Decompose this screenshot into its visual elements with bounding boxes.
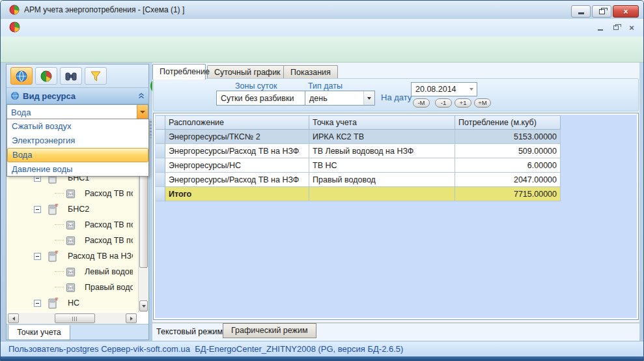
date-plus-day-button[interactable]: +1 (455, 98, 471, 108)
table-row[interactable]: Энергоресурсы/Расход ТВ на НЗФ Правый во… (156, 173, 561, 187)
cell-point[interactable]: Правый водовод (309, 173, 455, 187)
triangle-right-icon (130, 317, 133, 321)
column-point[interactable]: Точка учета (309, 115, 455, 130)
scroll-left-button[interactable] (8, 313, 19, 323)
scrollbar-thumb[interactable] (55, 313, 95, 323)
minimize-button[interactable] (571, 5, 591, 18)
cell-location[interactable]: Энергоресурсы/ТКС№ 2 (165, 130, 309, 144)
close-button[interactable]: × (613, 5, 639, 18)
filter-funnel-icon (89, 70, 102, 83)
tree-node-label: Расход ТВ по Б (85, 189, 133, 198)
cell-point[interactable]: ИРКА КС2 ТВ (309, 130, 455, 144)
cell-point[interactable]: ТВ НС (309, 158, 455, 173)
date-minus-month-button[interactable]: -M (413, 98, 430, 108)
row-indicator[interactable] (156, 158, 165, 173)
combo-dropdown-button[interactable] (137, 105, 148, 119)
globe-icon (15, 70, 28, 83)
restore-button[interactable] (592, 5, 611, 18)
tab-pokazania[interactable]: Показания (283, 65, 338, 79)
scrollbar-thumb[interactable] (139, 169, 148, 268)
tree-connector (55, 271, 64, 272)
tab-text-mode[interactable]: Текстовый режим (156, 327, 223, 336)
tree-node-rashod-nzf[interactable]: Расход ТВ на НЗФ (7, 248, 133, 264)
mdi-restore-icon (613, 25, 619, 30)
resource-type-combobox[interactable]: Вода (7, 104, 148, 120)
device-icon (47, 202, 59, 216)
panel-header-title: Вид ресурса (23, 91, 138, 101)
tree-horizontal-scrollbar[interactable] (8, 313, 137, 324)
column-location[interactable]: Расположение (165, 115, 309, 130)
row-indicator[interactable] (156, 130, 165, 144)
cell-value[interactable]: 509.00000 (455, 144, 561, 158)
main-panel: Потребление Суточный график Показания Зо… (152, 63, 639, 341)
row-indicator[interactable] (156, 173, 165, 187)
datetype-value: день (305, 94, 363, 103)
tree-connector (55, 287, 64, 287)
date-value: 20.08.2014 (412, 85, 466, 94)
tree-node-bns2[interactable]: БНС2 (7, 201, 133, 217)
table-row[interactable]: Энергоресурсы/НС ТВ НС 6.00000 (156, 158, 561, 173)
datetype-combobox[interactable]: день (305, 91, 375, 106)
tab-filter[interactable] (85, 67, 107, 85)
tree-node-meter[interactable]: Правый водов (7, 280, 133, 295)
cell-value[interactable]: 2047.00000 (455, 173, 561, 187)
dropdown-item-voda[interactable]: Вода (7, 148, 148, 162)
resource-panel-header[interactable]: Вид ресурса (7, 88, 148, 104)
scroll-down-button[interactable] (139, 300, 148, 311)
chevron-down-icon (469, 88, 473, 91)
tab-potreblenie[interactable]: Потребление (152, 64, 206, 79)
date-plus-month-button[interactable]: +M (474, 98, 491, 108)
cell-location[interactable]: Энергоресурсы/Расход ТВ на НЗФ (165, 144, 309, 158)
tree-node-label: БНС2 (68, 205, 89, 214)
dropdown-item-elektroenergia[interactable]: Электроэнергия (7, 134, 148, 148)
restore-icon (599, 9, 605, 14)
close-icon: × (623, 8, 628, 16)
mdi-restore-button[interactable] (610, 23, 622, 33)
date-picker[interactable]: 20.08.2014 (411, 82, 477, 96)
dropdown-item-davlenie-vody[interactable]: Давление воды (7, 162, 148, 177)
grid-background: Расположение Точка учета Потребление (м.… (155, 115, 637, 318)
table-row[interactable]: Энергоресурсы/ТКС№ 2 ИРКА КС2 ТВ 5153.00… (156, 130, 561, 144)
cell-location[interactable]: Энергоресурсы/НС (165, 158, 309, 173)
mdi-close-button[interactable]: × (626, 23, 637, 33)
meter-icon (65, 267, 76, 278)
tab-reports[interactable] (35, 67, 57, 85)
column-consumption[interactable]: Потребление (м.куб) (455, 115, 561, 130)
tab-search-points[interactable] (60, 67, 82, 85)
collapse-chevron-icon[interactable] (138, 93, 145, 99)
row-indicator[interactable] (156, 144, 165, 158)
scroll-right-button[interactable] (126, 313, 137, 323)
collapse-minus-icon[interactable] (34, 206, 41, 213)
table-row[interactable]: Энергоресурсы/Расход ТВ на НЗФ ТВ Левый … (156, 144, 561, 158)
meter-icon (65, 282, 76, 293)
tree-node-ns[interactable]: НС (7, 295, 133, 311)
title-bar[interactable]: АРМ учета энергопотребления - [Схема (1)… (1, 1, 644, 19)
tab-resource-view[interactable] (10, 67, 33, 85)
scrollbar-track[interactable] (19, 313, 126, 323)
dropdown-item-szhaty-vozduh[interactable]: Сжатый воздух (7, 119, 148, 134)
cell-value[interactable]: 6.00000 (455, 158, 561, 173)
cell-value[interactable]: 5153.00000 (455, 130, 561, 144)
collapse-minus-icon[interactable] (34, 300, 41, 307)
date-minus-day-button[interactable]: -1 (435, 98, 452, 108)
tab-sutochny-grafik[interactable]: Суточный график (207, 65, 288, 79)
tree-node-meter[interactable]: Расход ТВ по Б (7, 217, 133, 233)
collapse-minus-icon[interactable] (34, 253, 41, 260)
zones-label: Зоны суток (235, 81, 277, 91)
cell-point[interactable]: ТВ Левый водовод на НЗФ (309, 144, 455, 158)
tab-points-of-accounting[interactable]: Точки учета (8, 325, 70, 340)
menu-bar: Работа Окна О программе ... (1, 19, 644, 36)
total-value: 7715.00000 (455, 187, 561, 201)
app-icon-small (9, 22, 20, 33)
cell-location[interactable]: Энергоресурсы/Расход ТВ на НЗФ (165, 173, 309, 187)
tree-node-meter[interactable]: Расход ТВ по Б (7, 233, 133, 248)
tree-node-meter[interactable]: Расход ТВ по Б (7, 186, 133, 201)
mdi-minimize-button[interactable] (595, 23, 606, 33)
tree-connector (55, 240, 64, 240)
tree-node-meter[interactable]: Левый водово (7, 264, 133, 280)
date-dropdown-button[interactable] (466, 88, 477, 91)
tab-graphic-mode[interactable]: Графический режим (223, 323, 316, 338)
tree-node-meter[interactable]: ТВ НС (7, 310, 133, 312)
combo-dropdown-button[interactable] (363, 91, 374, 105)
scrollbar-grip (72, 317, 77, 321)
